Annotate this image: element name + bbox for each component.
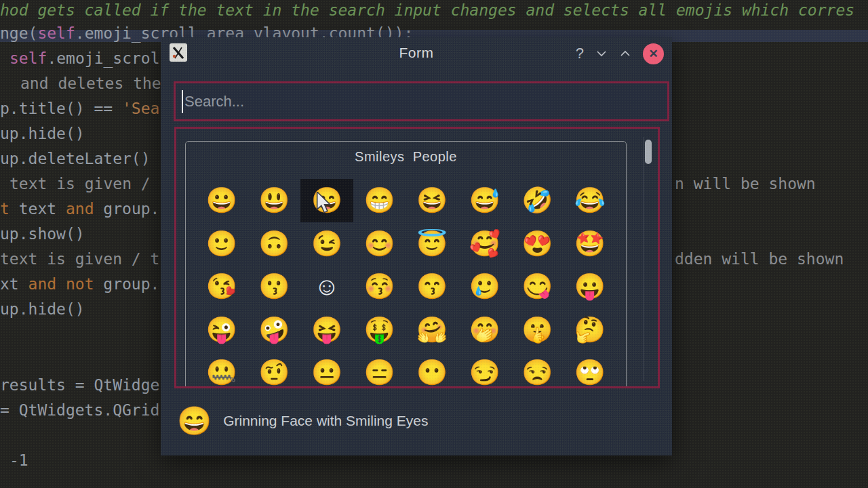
chevron-up-icon[interactable] bbox=[619, 47, 631, 60]
emoji-cell[interactable]: 😗 bbox=[248, 265, 301, 308]
chevron-down-icon[interactable] bbox=[595, 47, 608, 60]
code-line: n will be shown bbox=[675, 175, 816, 192]
emoji-cell[interactable]: 😶 bbox=[406, 351, 458, 388]
mouse-cursor-icon bbox=[316, 192, 334, 218]
code-line: up.hide() bbox=[0, 125, 85, 142]
emoji-cell[interactable]: 😇 bbox=[406, 222, 458, 266]
emoji-cell[interactable]: 😁 bbox=[353, 179, 406, 222]
code-line: dden will be shown bbox=[675, 250, 844, 268]
emoji-cell[interactable]: 😜 bbox=[195, 308, 248, 352]
emoji-cell[interactable]: 🙂 bbox=[195, 222, 248, 266]
scrollbar-track[interactable] bbox=[644, 137, 652, 381]
emoji-cell[interactable]: 😋 bbox=[511, 265, 564, 308]
search-placeholder: Search... bbox=[184, 93, 244, 110]
emoji-cell[interactable]: 😍 bbox=[511, 222, 564, 266]
emoji-cell[interactable]: 😛 bbox=[564, 265, 616, 308]
search-input[interactable]: Search... bbox=[174, 81, 669, 121]
scrollbar-thumb[interactable] bbox=[645, 140, 652, 164]
text-caret bbox=[182, 90, 183, 113]
code-line: t text and group. bbox=[0, 200, 159, 218]
emoji-category-panel: Smileys People 😀😃😄😁😆😅🤣😂🙂🙃😉😊😇🥰😍🤩😘😗☺😚😙🥲😋😛😜… bbox=[185, 141, 627, 388]
emoji-cell[interactable]: 😅 bbox=[458, 179, 511, 222]
emoji-cell[interactable]: 😂 bbox=[564, 179, 616, 222]
code-line: up.show() bbox=[0, 225, 85, 243]
emoji-cell[interactable]: 😐 bbox=[300, 351, 353, 388]
emoji-cell[interactable]: 🤗 bbox=[406, 308, 458, 352]
code-line: p.title() == 'Sea bbox=[0, 100, 159, 117]
emoji-grid: 😀😃😄😁😆😅🤣😂🙂🙃😉😊😇🥰😍🤩😘😗☺😚😙🥲😋😛😜🤪😝🤑🤗🤭🤫🤔🤐🤨😐😑😶😏😒🙄 bbox=[195, 179, 616, 388]
code-line: -1 bbox=[9, 451, 28, 469]
emoji-cell[interactable]: 😝 bbox=[300, 308, 353, 352]
emoji-cell[interactable]: 🙃 bbox=[248, 222, 301, 266]
code-line: up.deleteLater() bbox=[0, 150, 151, 167]
emoji-cell[interactable]: 😒 bbox=[511, 351, 564, 388]
dialog-titlebar[interactable]: Form ? ✕ bbox=[161, 37, 672, 70]
emoji-cell[interactable]: 😑 bbox=[353, 351, 406, 388]
category-title: Smileys People bbox=[186, 149, 626, 165]
emoji-cell[interactable]: 😀 bbox=[195, 179, 248, 222]
emoji-picker-dialog: Form ? ✕ Search... Smileys People 😀😃😄😁😆😅… bbox=[161, 37, 672, 455]
emoji-cell[interactable]: 🤩 bbox=[564, 222, 616, 266]
selected-emoji-preview: 😄 Grinning Face with Smiling Eyes bbox=[177, 403, 652, 439]
emoji-cell[interactable]: 🤪 bbox=[248, 308, 301, 352]
code-line: text is given / bbox=[9, 175, 151, 192]
emoji-cell[interactable]: 😉 bbox=[300, 222, 353, 266]
emoji-cell[interactable]: 🤨 bbox=[248, 351, 301, 388]
emoji-cell[interactable]: 🤫 bbox=[511, 308, 564, 352]
emoji-cell[interactable]: 🤔 bbox=[564, 308, 616, 352]
help-button[interactable]: ? bbox=[576, 46, 584, 61]
code-line: and deletes the bbox=[20, 75, 161, 92]
code-line: results = QtWidge bbox=[0, 376, 159, 394]
emoji-cell[interactable]: 😏 bbox=[458, 351, 511, 388]
code-line: text is given / t bbox=[0, 250, 159, 268]
emoji-cell[interactable]: 😊 bbox=[353, 222, 406, 266]
code-line: xt and not group. bbox=[0, 275, 159, 293]
code-line: hod gets called if the text in the searc… bbox=[0, 1, 854, 19]
preview-emoji-name: Grinning Face with Smiling Eyes bbox=[223, 413, 428, 429]
preview-emoji: 😄 bbox=[177, 407, 212, 435]
emoji-cell[interactable]: ☺ bbox=[300, 265, 353, 308]
emoji-scroll-area[interactable]: Smileys People 😀😃😄😁😆😅🤣😂🙂🙃😉😊😇🥰😍🤩😘😗☺😚😙🥲😋😛😜… bbox=[174, 127, 660, 388]
emoji-cell[interactable]: 🙄 bbox=[564, 351, 616, 388]
emoji-cell[interactable]: 🤭 bbox=[458, 308, 511, 352]
emoji-cell[interactable]: 😃 bbox=[248, 179, 301, 222]
close-button[interactable]: ✕ bbox=[643, 43, 664, 64]
code-line: self.emoji_scrol bbox=[9, 49, 160, 67]
emoji-cell[interactable]: 🤐 bbox=[195, 351, 248, 388]
emoji-cell[interactable]: 😚 bbox=[353, 265, 406, 308]
emoji-cell[interactable]: 😙 bbox=[406, 265, 458, 308]
emoji-cell[interactable]: 😆 bbox=[406, 179, 458, 222]
code-line: up.hide() bbox=[0, 300, 85, 318]
emoji-cell[interactable]: 🥲 bbox=[458, 265, 511, 308]
emoji-cell[interactable]: 🤣 bbox=[511, 179, 564, 222]
code-line: = QtWidgets.QGrid bbox=[0, 401, 159, 419]
emoji-cell[interactable]: 🤑 bbox=[353, 308, 406, 352]
emoji-cell[interactable]: 😘 bbox=[195, 265, 248, 308]
emoji-cell[interactable]: 🥰 bbox=[458, 222, 511, 266]
